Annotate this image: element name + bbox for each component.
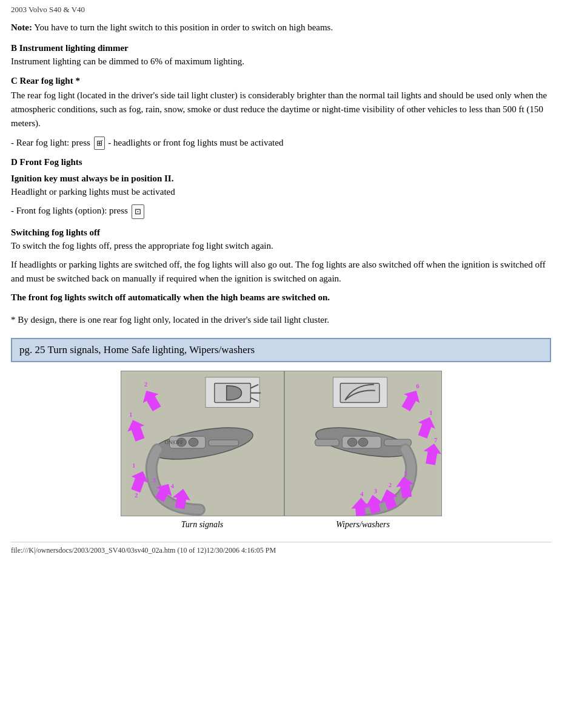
rear-fog-press-suffix: - headlights or front fog lights must be… xyxy=(108,138,283,147)
section-b-body: Instrument lighting can be dimmed to 6% … xyxy=(11,55,551,69)
diagram-wipers: 6 1 7 5 2 3 4 Wipers/washers xyxy=(284,371,442,530)
note-bold: Note: xyxy=(11,22,32,32)
svg-text:4: 4 xyxy=(360,490,364,497)
section-d: D Front Fog lights xyxy=(11,157,551,167)
svg-text:1: 1 xyxy=(429,410,432,417)
front-fog-press-text: - Front fog lights (option): press xyxy=(11,206,128,215)
svg-text:7: 7 xyxy=(434,436,438,443)
status-text: file:///K|/ownersdocs/2003/2003_SV40/03s… xyxy=(11,546,276,554)
diagrams-row: ON|OFF 2 1 1 3 4 2 Tur xyxy=(11,371,551,530)
switch-off-body1: To switch the fog lights off, press the … xyxy=(11,239,551,253)
front-fog-icon: ⊡ xyxy=(132,204,144,219)
section-c-heading: C Rear fog light * xyxy=(11,76,551,86)
note-section: Note: You have to turn the light switch … xyxy=(11,21,551,35)
svg-point-28 xyxy=(347,438,357,447)
svg-text:5: 5 xyxy=(404,470,407,477)
diagram-turn-signals: ON|OFF 2 1 1 3 4 2 Tur xyxy=(121,371,284,530)
bottom-status: file:///K|/ownersdocs/2003/2003_SV40/03s… xyxy=(11,542,551,555)
section-ignition: Ignition key must always be in position … xyxy=(11,174,551,219)
svg-text:4: 4 xyxy=(170,483,174,490)
switch-off-heading: Switching fog lights off xyxy=(11,228,551,238)
footnote: * By design, there is one rear fog light… xyxy=(11,313,551,327)
svg-text:1: 1 xyxy=(129,411,132,418)
svg-text:2: 2 xyxy=(134,491,137,499)
section-switch-off: Switching fog lights off To switch the f… xyxy=(11,228,551,305)
switch-off-bold: The front fog lights switch off automati… xyxy=(11,291,551,305)
section-d-heading: D Front Fog lights xyxy=(11,157,551,167)
turn-signals-image: ON|OFF 2 1 1 3 4 2 xyxy=(121,371,284,516)
page-link-text[interactable]: pg. 25 Turn signals, Home Safe lighting,… xyxy=(19,344,255,356)
section-c: C Rear fog light * The rear fog light (l… xyxy=(11,76,551,150)
svg-point-29 xyxy=(358,438,368,447)
document-title: 2003 Volvo S40 & V40 xyxy=(11,5,85,14)
wipers-image: 6 1 7 5 2 3 4 xyxy=(284,371,442,516)
wipers-svg: 6 1 7 5 2 3 4 xyxy=(285,371,441,516)
turn-signals-svg: ON|OFF 2 1 1 3 4 2 xyxy=(121,371,284,516)
svg-point-9 xyxy=(189,438,198,447)
svg-text:3: 3 xyxy=(152,477,156,484)
wipers-caption: Wipers/washers xyxy=(336,520,390,530)
rear-fog-press-text: - Rear fog light: press xyxy=(11,138,90,147)
ignition-subtext: Headlight or parking lights must be acti… xyxy=(11,185,551,199)
svg-text:1: 1 xyxy=(132,462,135,469)
turn-signals-caption: Turn signals xyxy=(181,520,224,530)
front-fog-press-line: - Front fog lights (option): press ⊡ xyxy=(11,204,551,218)
page-link-box[interactable]: pg. 25 Turn signals, Home Safe lighting,… xyxy=(11,338,551,362)
section-b: B Instrument lighting dimmer Instrument … xyxy=(11,43,551,69)
svg-text:2: 2 xyxy=(144,380,147,388)
rear-fog-press-line: - Rear fog light: press ⊞͘ - headlights … xyxy=(11,136,551,150)
svg-rect-10 xyxy=(208,440,238,446)
section-c-body: The rear fog light (located in the drive… xyxy=(11,89,551,131)
svg-text:2: 2 xyxy=(388,482,391,489)
rear-fog-icon: ⊞͘ xyxy=(94,136,105,150)
ignition-heading: Ignition key must always be in position … xyxy=(11,174,551,184)
svg-text:ON|OFF: ON|OFF xyxy=(164,439,183,445)
svg-text:6: 6 xyxy=(416,382,420,389)
svg-text:3: 3 xyxy=(373,487,377,494)
switch-off-body2: If headlights or parking lights are swit… xyxy=(11,258,551,286)
svg-rect-31 xyxy=(315,439,339,446)
note-text: You have to turn the light switch to thi… xyxy=(32,22,333,32)
top-bar: 2003 Volvo S40 & V40 xyxy=(11,5,551,15)
section-b-heading: B Instrument lighting dimmer xyxy=(11,43,551,53)
